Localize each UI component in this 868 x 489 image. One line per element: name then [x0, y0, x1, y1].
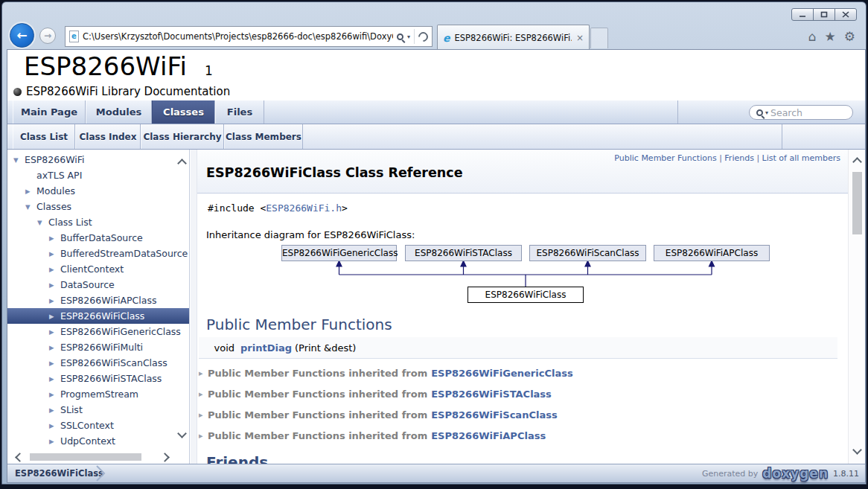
- sidebar-item-esp8266wifi[interactable]: ▼ESP8266WiFi: [7, 152, 189, 167]
- subtab-class-index[interactable]: Class Index: [75, 124, 141, 149]
- sidebar-item-esp8266wifimulti[interactable]: ▶ESP8266WiFiMulti: [7, 339, 189, 355]
- inheritance-caption: Inheritance diagram for ESP8266WiFiClass…: [206, 229, 415, 240]
- browser-tab[interactable]: e ESP8266WiFi: ESP8266WiFi... ×: [437, 25, 590, 50]
- tab-main-page[interactable]: Main Page: [13, 100, 86, 124]
- inherited-class-link[interactable]: ESP8266WiFiScanClass: [431, 409, 557, 421]
- tree-collapsed-icon[interactable]: ▶: [49, 281, 60, 289]
- sidebar-item-label: UdpContext: [60, 435, 115, 447]
- tree-collapsed-icon[interactable]: ▶: [25, 188, 36, 195]
- tree-hscroll-thumb[interactable]: [30, 453, 141, 461]
- back-button[interactable]: ←: [10, 23, 34, 48]
- tree-collapsed-icon[interactable]: ▶: [49, 328, 60, 336]
- diagram-box-esp8266wifigenericclass[interactable]: ESP8266WiFiGenericClass: [281, 245, 397, 261]
- tree-expanded-icon[interactable]: ▼: [13, 156, 25, 164]
- forward-button[interactable]: →: [39, 28, 56, 44]
- sidebar-item-esp8266wifiscanclass[interactable]: ▶ESP8266WiFiScanClass: [7, 355, 189, 371]
- search-caret-icon[interactable]: ▾: [407, 33, 410, 40]
- tree-expanded-icon[interactable]: ▼: [25, 203, 36, 211]
- refresh-icon[interactable]: [416, 30, 430, 43]
- inherited-class-link[interactable]: ESP8266WiFiGenericClass: [431, 368, 572, 379]
- tree-scroll-left-icon[interactable]: [15, 453, 25, 462]
- tree-content-splitter[interactable]: [191, 150, 197, 464]
- sidebar-item-bufferedstreamdatasource[interactable]: ▶BufferedStreamDataSource: [7, 246, 189, 261]
- tree-collapsed-icon[interactable]: ▶: [49, 297, 60, 304]
- content-scrollbar[interactable]: [848, 150, 865, 464]
- tree-collapsed-icon[interactable]: ▶: [49, 375, 60, 383]
- sidebar-item-progmemstream[interactable]: ▶ProgmemStream: [7, 386, 189, 402]
- tree-collapsed-icon[interactable]: ▶: [49, 313, 60, 320]
- search-input[interactable]: [770, 107, 846, 118]
- tab-files[interactable]: Files: [215, 100, 264, 124]
- diagram-box-esp8266wificlass[interactable]: ESP8266WiFiClass: [467, 287, 584, 303]
- subtab-class-list[interactable]: Class List: [13, 124, 75, 149]
- sidebar-item-classes[interactable]: ▼Classes: [7, 199, 189, 214]
- inherited-section-esp8266wifiscanclass[interactable]: ▸Public Member Functions inherited fromE…: [199, 404, 837, 425]
- tree-collapsed-icon[interactable]: ▶: [49, 234, 60, 242]
- sidebar-item-slist[interactable]: ▶SList: [7, 402, 189, 418]
- include-file-link[interactable]: ESP8266WiFi.h: [266, 202, 342, 214]
- tree-collapsed-icon[interactable]: ▶: [49, 391, 60, 398]
- tab-classes[interactable]: Classes: [152, 100, 215, 124]
- summary-link-public-member-functions[interactable]: Public Member Functions: [614, 153, 716, 163]
- url-input[interactable]: [83, 31, 393, 42]
- content-scroll-down-icon[interactable]: [852, 445, 862, 455]
- subtab-class-members[interactable]: Class Members: [224, 124, 303, 149]
- sidebar-item-axtls-api[interactable]: axTLS API: [7, 167, 189, 183]
- sidebar-item-esp8266wifiapclass[interactable]: ▶ESP8266WiFiAPClass: [7, 293, 189, 308]
- inherited-section-esp8266wifigenericclass[interactable]: ▸Public Member Functions inherited fromE…: [199, 362, 837, 383]
- tree-collapsed-icon[interactable]: ▶: [49, 406, 60, 414]
- breadcrumb[interactable]: ESP8266WiFiClass: [15, 468, 103, 479]
- tree-scroll-right-icon[interactable]: [160, 453, 170, 462]
- summary-link-list-of-all-members[interactable]: List of all members: [762, 153, 840, 163]
- inherited-class-link[interactable]: ESP8266WiFiAPClass: [431, 430, 546, 441]
- tree-collapsed-icon[interactable]: ▶: [49, 438, 60, 445]
- tree-horizontal-scrollbar[interactable]: [7, 450, 189, 464]
- member-name-link[interactable]: printDiag: [240, 342, 292, 354]
- inherited-section-esp8266wifiapclass[interactable]: ▸Public Member Functions inherited fromE…: [199, 425, 837, 446]
- sidebar-item-modules[interactable]: ▶Modules: [7, 183, 189, 199]
- minimize-button[interactable]: [791, 8, 814, 21]
- sidebar-item-esp8266wificlass[interactable]: ▶ESP8266WiFiClass: [7, 308, 189, 324]
- close-icon: [842, 11, 849, 18]
- summary-link-friends[interactable]: Friends: [724, 153, 754, 163]
- main-tab-bar: Main PageModulesClassesFiles ▾: [7, 100, 865, 124]
- close-button[interactable]: [835, 8, 857, 21]
- favorites-star-icon[interactable]: ★: [825, 28, 836, 45]
- subtab-class-hierarchy[interactable]: Class Hierarchy: [141, 124, 224, 149]
- new-tab-button[interactable]: [590, 28, 608, 48]
- diagram-box-esp8266wifistaclass[interactable]: ESP8266WiFiSTAClass: [405, 245, 522, 261]
- address-bar[interactable]: e ▾: [65, 26, 433, 47]
- sidebar-item-class-list[interactable]: ▼Class List: [7, 214, 189, 230]
- project-name-text: ESP8266WiFi: [24, 51, 187, 81]
- sidebar-item-esp8266wifistaclass[interactable]: ▶ESP8266WiFiSTAClass: [7, 371, 189, 386]
- sidebar-item-bufferdatasource[interactable]: ▶BufferDataSource: [7, 230, 189, 246]
- sidebar-item-udpcontext[interactable]: ▶UdpContext: [7, 433, 189, 449]
- tree-collapsed-icon[interactable]: ▶: [49, 250, 60, 258]
- address-search-icon[interactable]: [397, 33, 403, 40]
- tab-modules[interactable]: Modules: [86, 100, 152, 124]
- inherited-section-esp8266wifistaclass[interactable]: ▸Public Member Functions inherited fromE…: [199, 383, 837, 404]
- home-icon[interactable]: ⌂: [808, 28, 817, 45]
- tab-close-icon[interactable]: ×: [576, 33, 584, 43]
- inherited-class-link[interactable]: ESP8266WiFiSTAClass: [431, 389, 552, 400]
- tree-collapsed-icon[interactable]: ▶: [49, 344, 60, 351]
- search-box[interactable]: ▾: [749, 105, 853, 120]
- doc-content: Public Member Functions | Friends | List…: [197, 150, 848, 464]
- content-scroll-thumb[interactable]: [852, 172, 862, 234]
- maximize-button[interactable]: [813, 8, 835, 21]
- tree-collapsed-icon[interactable]: ▶: [49, 266, 60, 273]
- settings-gear-icon[interactable]: ⚙: [844, 28, 855, 45]
- tree-collapsed-icon[interactable]: ▶: [49, 359, 60, 367]
- content-scroll-up-icon[interactable]: [852, 157, 862, 167]
- sidebar-item-esp8266wifigenericclass[interactable]: ▶ESP8266WiFiGenericClass: [7, 324, 189, 339]
- sidebar-item-datasource[interactable]: ▶DataSource: [7, 277, 189, 293]
- tree-collapsed-icon[interactable]: ▶: [49, 422, 60, 429]
- diagram-box-esp8266wifiapclass[interactable]: ESP8266WiFiAPClass: [654, 245, 770, 261]
- sidebar-item-sslcontext[interactable]: ▶SSLContext: [7, 418, 189, 433]
- tree-expanded-icon[interactable]: ▼: [37, 219, 48, 226]
- doxygen-logo[interactable]: doxygen: [762, 466, 829, 481]
- search-options-caret-icon[interactable]: ▾: [765, 109, 768, 116]
- sidebar-item-clientcontext[interactable]: ▶ClientContext: [7, 261, 189, 277]
- inheritance-diagram: ESP8266WiFiClass ESP8266WiFiGenericClass…: [197, 240, 848, 304]
- diagram-box-esp8266wifiscanclass[interactable]: ESP8266WiFiScanClass: [529, 245, 646, 261]
